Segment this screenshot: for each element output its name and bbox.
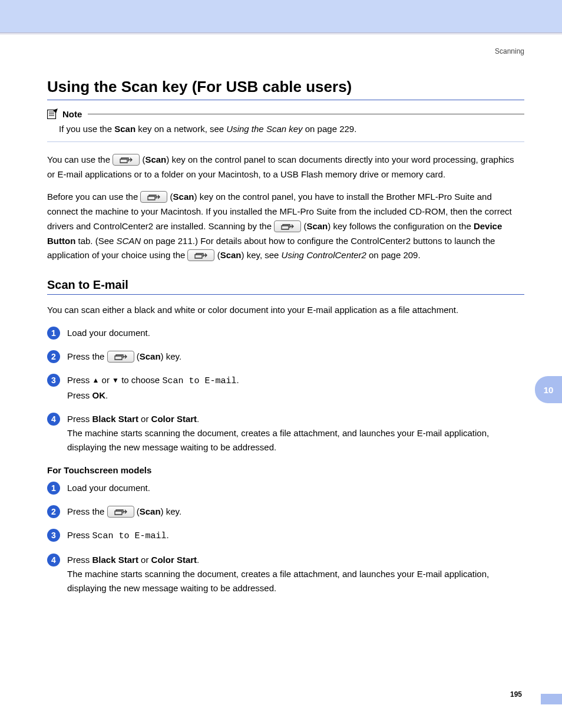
text-italic: SCAN (117, 236, 141, 246)
text-italic: Using the Scan key (226, 124, 302, 134)
step: 4 Press Black Start or Color Start. The … (47, 412, 524, 454)
header-band (0, 0, 562, 32)
scan-key-icon (187, 249, 214, 261)
running-head: Scanning (47, 47, 524, 55)
paragraph: You can use the (Scan) key on the contro… (47, 153, 524, 182)
text: ( (214, 250, 220, 260)
step-number-icon: 2 (47, 350, 60, 363)
text: If you use the (59, 124, 114, 134)
text: tab. (See (75, 236, 116, 246)
text: . (197, 414, 199, 424)
scan-key-icon (113, 154, 140, 166)
step-body: Press the (Scan) key. (67, 505, 524, 519)
step-body: Load your document. (67, 326, 524, 340)
text: . (167, 530, 169, 540)
text: Press (67, 414, 92, 424)
text: to choose (119, 375, 162, 385)
step-number-icon: 4 (47, 554, 60, 566)
steps-list: 1 Load your document. 2 Press the (Scan)… (47, 481, 524, 595)
step-number-icon: 1 (47, 482, 60, 495)
scan-key-icon (107, 506, 134, 518)
text: . (236, 375, 239, 385)
text-bold: Color Start (151, 414, 197, 424)
text: ( (301, 221, 306, 231)
step-number-icon: 4 (47, 413, 60, 426)
step: 2 Press the (Scan) key. (47, 505, 524, 519)
chapter-tab: 10 (535, 376, 562, 403)
text-bold: Scan (220, 250, 242, 260)
text: ) key. (161, 506, 182, 516)
text: ) key, see (242, 250, 282, 260)
text: . (197, 555, 199, 565)
step-body: Press Black Start or Color Start. The ma… (67, 412, 524, 454)
text: ( (134, 351, 140, 361)
page-title: Using the Scan key (For USB cable users) (47, 78, 524, 100)
text-bold: Scan (145, 154, 166, 164)
step: 1 Load your document. (47, 326, 524, 340)
step-number-icon: 1 (47, 327, 60, 340)
step-body: Load your document. (67, 481, 524, 495)
steps-list: 1 Load your document. 2 Press the (Scan)… (47, 326, 524, 454)
text: Press the (67, 351, 107, 361)
section-title: Scan to E-mail (47, 278, 524, 295)
text: on page 229. (303, 124, 357, 134)
text-bold: Scan (140, 506, 161, 516)
page-number: 195 (510, 690, 522, 699)
text-bold: Scan (306, 221, 328, 231)
paragraph: You can scan either a black and white or… (47, 303, 524, 318)
step: 3 Press ▲ or ▼ to choose Scan to E-mail.… (47, 373, 524, 403)
step-body: Press the (Scan) key. (67, 350, 524, 364)
text: or (138, 555, 151, 565)
text: . (105, 390, 108, 400)
step-number-icon: 3 (47, 529, 60, 542)
sub-heading: For Touchscreen models (47, 465, 524, 475)
text: Press (67, 555, 92, 565)
text-bold: Black Start (92, 414, 138, 424)
step: 3 Press Scan to E-mail. (47, 528, 524, 543)
note-icon (47, 108, 59, 119)
page-content: Scanning Using the Scan key (For USB cab… (0, 34, 562, 595)
step-body: Press ▲ or ▼ to choose Scan to E-mail. P… (67, 373, 524, 403)
note-block: Note If you use the Scan key on a networ… (47, 108, 524, 142)
text: You can use the (47, 154, 113, 164)
paragraph: Before you can use the (Scan) key on the… (47, 190, 524, 263)
text: ( (134, 506, 140, 516)
text: The machine starts scanning the document… (67, 569, 489, 593)
text-mono: Scan to E-mail (162, 376, 236, 386)
text: Press (67, 530, 92, 540)
text: ) key follows the configuration on the (328, 221, 474, 231)
note-label: Note (62, 109, 82, 119)
up-arrow-icon: ▲ (92, 375, 100, 386)
text: or (138, 414, 151, 424)
text-bold: OK (92, 390, 106, 400)
scan-key-icon (140, 191, 167, 203)
step-number-icon: 2 (47, 505, 60, 518)
scan-key-icon (107, 351, 134, 363)
text-mono: Scan to E-mail (92, 531, 167, 541)
footer-tab (541, 694, 562, 704)
text-bold: Scan (173, 192, 194, 202)
scan-key-icon (274, 220, 301, 232)
step: 4 Press Black Start or Color Start. The … (47, 553, 524, 595)
text: Press the (67, 506, 107, 516)
text-bold: Scan (114, 124, 135, 134)
text: Press (67, 390, 92, 400)
text-bold: Color Start (151, 555, 197, 565)
note-head: Note (47, 108, 524, 119)
text: ( (167, 192, 173, 202)
text: Press (67, 375, 92, 385)
text: ( (140, 154, 145, 164)
text-bold: Scan (140, 351, 161, 361)
down-arrow-icon: ▼ (112, 375, 119, 386)
text: Before you can use the (47, 192, 140, 202)
text: The machine starts scanning the document… (67, 428, 489, 452)
step-number-icon: 3 (47, 374, 60, 387)
step-body: Press Scan to E-mail. (67, 528, 524, 543)
step: 2 Press the (Scan) key. (47, 350, 524, 364)
text: ) key. (161, 351, 182, 361)
note-body: If you use the Scan key on a network, se… (59, 123, 524, 136)
text: key on a network, see (135, 124, 226, 134)
step: 1 Load your document. (47, 481, 524, 495)
text: on page 209. (366, 250, 421, 260)
text-bold: Black Start (92, 555, 138, 565)
